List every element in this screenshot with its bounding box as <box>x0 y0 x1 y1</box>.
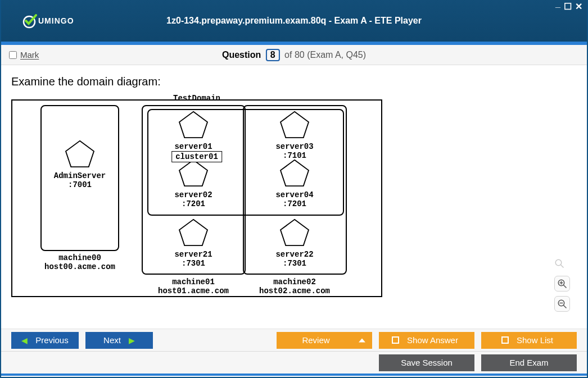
footer: ◀ Previous Next ▶ Review Show Answer Sho… <box>1 329 587 377</box>
question-indicator: Question 8 of 80 (Exam A, Q45) <box>222 49 366 61</box>
m2-name: machine02 <box>273 277 316 286</box>
s04-port: :7201 <box>283 199 306 208</box>
svg-marker-6 <box>281 160 309 186</box>
server21: server21:7301 <box>160 218 227 268</box>
pentagon-icon <box>178 159 209 187</box>
m0-name: machine00 <box>58 253 101 262</box>
pentagon-icon <box>178 111 209 139</box>
svg-line-11 <box>563 285 566 288</box>
domain-diagram: TestDomain cluster01 AdminServer:7001 se… <box>11 95 382 308</box>
minimize-icon[interactable]: _ <box>555 0 560 10</box>
save-session-label: Save Session <box>401 358 453 367</box>
mark-checkbox[interactable] <box>9 51 17 59</box>
server22: server22:7301 <box>261 218 328 268</box>
show-list-checkbox[interactable] <box>501 336 509 344</box>
zoom-in-icon <box>557 279 567 289</box>
review-button[interactable]: Review <box>277 332 372 349</box>
show-answer-button[interactable]: Show Answer <box>379 332 474 349</box>
window-controls: _ ☐ ✕ <box>555 1 582 12</box>
svg-marker-3 <box>179 160 207 186</box>
s21-port: :7301 <box>182 259 205 268</box>
s21-name: server21 <box>174 250 212 259</box>
m1-host: host01.acme.com <box>158 286 229 295</box>
server02: server02:7201 <box>160 159 227 208</box>
bottom-accent <box>1 374 587 376</box>
zoom-in-button[interactable] <box>554 276 570 292</box>
svg-point-8 <box>555 259 562 266</box>
show-answer-label: Show Answer <box>407 335 458 345</box>
s22-port: :7301 <box>283 259 306 268</box>
question-total: of 80 (Exam A, Q45) <box>284 50 366 60</box>
svg-marker-1 <box>66 141 94 167</box>
domain-box: cluster01 AdminServer:7001 server01:7101… <box>11 99 382 297</box>
previous-button[interactable]: ◀ Previous <box>11 332 79 349</box>
maximize-icon[interactable]: ☐ <box>564 1 572 12</box>
chevron-left-icon: ◀ <box>21 336 28 345</box>
zoom-out-button[interactable] <box>554 296 570 312</box>
machine2-caption: machine02host02.acme.com <box>238 277 351 295</box>
s02-name: server02 <box>174 190 212 199</box>
zoom-controls <box>554 258 570 312</box>
pentagon-icon <box>178 218 209 247</box>
admin-server: AdminServer:7001 <box>46 140 114 189</box>
window-title: 1z0-134.prepaway.premium.exam.80q - Exam… <box>166 16 422 26</box>
svg-marker-7 <box>281 220 309 245</box>
server04: server04:7201 <box>261 159 328 208</box>
close-icon[interactable]: ✕ <box>575 1 582 12</box>
end-exam-label: End Exam <box>509 358 548 367</box>
show-list-label: Show List <box>517 335 553 345</box>
svg-marker-2 <box>179 112 207 138</box>
question-word: Question <box>222 50 261 60</box>
zoom-out-icon <box>557 299 567 309</box>
svg-marker-4 <box>179 220 207 245</box>
save-session-button[interactable]: Save Session <box>379 354 474 371</box>
review-label: Review <box>302 335 329 345</box>
magnifier-icon <box>554 258 564 268</box>
previous-label: Previous <box>35 335 68 345</box>
svg-line-15 <box>563 305 566 308</box>
mark-question[interactable]: Mark <box>9 50 39 60</box>
s22-name: server22 <box>275 250 313 259</box>
question-header: Mark Question 8 of 80 (Exam A, Q45) <box>1 45 587 65</box>
pentagon-icon <box>279 111 310 139</box>
title-bar: UMINGO 1z0-134.prepaway.premium.exam.80q… <box>1 0 587 42</box>
next-label: Next <box>103 335 121 345</box>
cluster-label: cluster01 <box>171 151 222 162</box>
pentagon-icon <box>279 159 310 187</box>
app-logo: UMINGO <box>21 13 74 29</box>
s04-name: server04 <box>275 190 313 199</box>
s03-name: server03 <box>275 142 313 151</box>
svg-marker-5 <box>281 112 309 138</box>
logo-checkmark-icon <box>21 13 37 29</box>
chevron-right-icon: ▶ <box>129 336 135 345</box>
mark-label[interactable]: Mark <box>20 50 39 60</box>
next-button[interactable]: Next ▶ <box>85 332 153 349</box>
admin-port: :7001 <box>68 180 92 189</box>
question-prompt: Examine the domain diagram: <box>11 75 577 88</box>
session-row: Save Session End Exam <box>1 351 587 374</box>
app-window: UMINGO 1z0-134.prepaway.premium.exam.80q… <box>0 0 588 378</box>
zoom-reset-button[interactable] <box>554 258 570 271</box>
show-answer-checkbox[interactable] <box>392 336 399 344</box>
pentagon-icon <box>64 140 96 168</box>
m2-host: host02.acme.com <box>259 286 330 295</box>
s01-name: server01 <box>174 142 212 151</box>
admin-name: AdminServer <box>54 171 106 180</box>
end-exam-button[interactable]: End Exam <box>481 354 577 371</box>
nav-row: ◀ Previous Next ▶ Review Show Answer Sho… <box>1 329 587 351</box>
question-content[interactable]: Examine the domain diagram: TestDomain c… <box>1 65 587 321</box>
svg-line-9 <box>560 265 563 267</box>
logo-text: UMINGO <box>38 16 74 25</box>
s02-port: :7201 <box>182 199 205 208</box>
m1-name: machine01 <box>172 277 215 286</box>
show-list-button[interactable]: Show List <box>481 332 577 349</box>
question-number[interactable]: 8 <box>266 49 280 61</box>
pentagon-icon <box>279 218 310 247</box>
m0-host: host00.acme.com <box>44 262 115 271</box>
server03: server03:7101 <box>261 111 328 160</box>
machine0-caption: machine00host00.acme.com <box>24 253 136 271</box>
machine1-caption: machine01host01.acme.com <box>137 277 250 295</box>
